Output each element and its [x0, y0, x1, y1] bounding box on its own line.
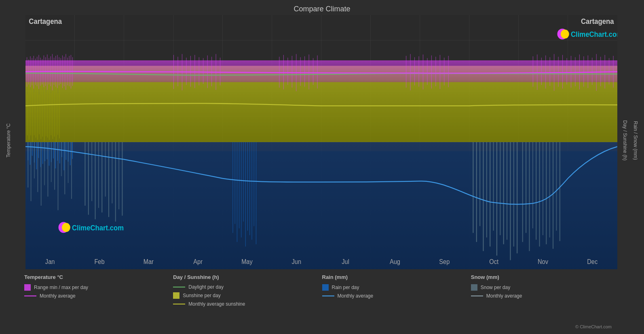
svg-text:Jul: Jul	[342, 258, 349, 265]
svg-rect-82	[251, 142, 252, 240]
svg-rect-37	[53, 142, 54, 158]
svg-rect-88	[483, 142, 484, 251]
svg-rect-175	[541, 57, 542, 85]
legend-rain-avg-line	[322, 296, 334, 296]
svg-rect-181	[567, 58, 567, 85]
svg-rect-170	[440, 55, 440, 89]
svg-rect-22	[25, 81, 617, 142]
chart-title: Compare Climate	[0, 0, 644, 15]
svg-rect-211	[57, 94, 58, 135]
svg-rect-94	[503, 142, 504, 244]
svg-rect-101	[529, 142, 530, 251]
svg-rect-176	[545, 55, 546, 89]
svg-rect-78	[243, 142, 244, 221]
legend-snow-avg-line	[471, 296, 483, 296]
svg-text:May: May	[241, 258, 253, 265]
svg-text:Cartagena: Cartagena	[29, 17, 62, 26]
svg-rect-206	[49, 85, 50, 140]
svg-rect-171	[444, 57, 444, 85]
legend-snow-per-day: Snow per day	[471, 284, 620, 291]
svg-rect-46	[72, 142, 73, 159]
svg-text:Apr: Apr	[193, 258, 203, 265]
svg-rect-50	[37, 142, 38, 192]
svg-rect-105	[543, 142, 543, 235]
svg-rect-210	[56, 82, 56, 142]
legend-daylight-label: Daylight per day	[188, 284, 224, 290]
svg-text:Aug: Aug	[390, 258, 400, 265]
svg-rect-154	[287, 57, 288, 85]
legend-rain-title: Rain (mm)	[322, 274, 471, 280]
watermark: © ClimeChart.com	[471, 324, 620, 329]
y-axis-right-sunshine-label: Day / Sunshine (h)	[621, 25, 629, 256]
svg-rect-167	[427, 58, 427, 85]
svg-text:Mar: Mar	[144, 258, 154, 265]
svg-rect-159	[309, 55, 309, 89]
legend-sunshine: Day / Sunshine (h) Daylight per day Suns…	[173, 274, 322, 329]
svg-rect-124	[47, 55, 47, 90]
legend-snow-title: Snow (mm)	[471, 274, 620, 280]
svg-rect-66	[101, 142, 102, 213]
legend-sunshine-avg: Monthly average sunshine	[173, 301, 322, 307]
svg-rect-48	[31, 142, 32, 201]
svg-point-231	[62, 223, 70, 232]
svg-rect-59	[68, 142, 69, 183]
svg-rect-195	[31, 90, 31, 135]
svg-rect-196	[32, 81, 33, 142]
legend-sunshine-per-day: Sunshine per day	[173, 292, 322, 299]
svg-rect-57	[61, 142, 62, 176]
svg-rect-24	[25, 151, 617, 269]
svg-rect-212	[59, 87, 60, 138]
svg-rect-34	[46, 142, 47, 160]
svg-rect-53	[47, 142, 48, 197]
svg-rect-62	[88, 142, 89, 215]
svg-rect-182	[571, 56, 571, 88]
svg-rect-161	[317, 55, 318, 89]
legend-temp-range: Range min / max per day	[24, 284, 173, 291]
y-axis-right-rain-label: Rain / Snow (mm)	[631, 25, 640, 256]
y-axis-left-ticks	[11, 25, 25, 256]
svg-rect-157	[300, 57, 301, 86]
svg-text:Sep: Sep	[439, 258, 450, 265]
svg-rect-207	[51, 93, 51, 135]
svg-rect-198	[36, 87, 36, 137]
svg-rect-40	[59, 142, 60, 164]
svg-rect-110	[560, 142, 560, 241]
svg-rect-63	[91, 142, 92, 201]
svg-rect-100	[526, 142, 526, 233]
svg-rect-191	[609, 58, 609, 85]
svg-rect-168	[431, 55, 432, 89]
svg-rect-162	[406, 56, 406, 88]
svg-rect-200	[39, 94, 39, 134]
svg-point-228	[561, 30, 569, 38]
svg-rect-72	[122, 142, 122, 216]
svg-rect-52	[44, 142, 45, 185]
svg-text:Jun: Jun	[292, 258, 302, 265]
legend-temp-avg: Monthly average	[24, 293, 173, 299]
svg-rect-208	[53, 86, 53, 139]
svg-rect-26	[30, 142, 30, 165]
svg-rect-58	[64, 142, 65, 194]
svg-text:Nov: Nov	[538, 258, 548, 265]
svg-rect-106	[546, 142, 547, 244]
legend-rain-avg: Monthly average	[322, 293, 471, 299]
legend-temperature-title: Temperature °C	[24, 274, 173, 280]
legend-sunshine-avg-label: Monthly average sunshine	[188, 301, 245, 307]
svg-rect-68	[108, 142, 109, 217]
svg-rect-70	[115, 142, 116, 221]
svg-rect-97	[513, 142, 514, 247]
legend-sunshine-avg-line	[173, 304, 185, 304]
svg-rect-197	[34, 92, 34, 136]
svg-rect-76	[239, 142, 239, 228]
legend-temp-avg-line	[24, 296, 36, 296]
svg-text:Feb: Feb	[94, 258, 104, 265]
legend-rain: Rain (mm) Rain per day Monthly average	[322, 274, 471, 329]
svg-rect-27	[32, 142, 33, 156]
svg-rect-54	[51, 142, 52, 182]
svg-rect-166	[423, 55, 423, 89]
chart-plot-area: Jan Feb Mar Apr May Jun Jul Aug Sep Oct …	[25, 15, 617, 269]
svg-text:Cartagena: Cartagena	[581, 17, 614, 26]
svg-rect-201	[41, 85, 41, 139]
svg-rect-144	[190, 56, 191, 87]
legend-snow: Snow (mm) Snow per day Monthly average ©…	[471, 274, 620, 329]
legend-rain-label: Rain per day	[332, 285, 359, 290]
